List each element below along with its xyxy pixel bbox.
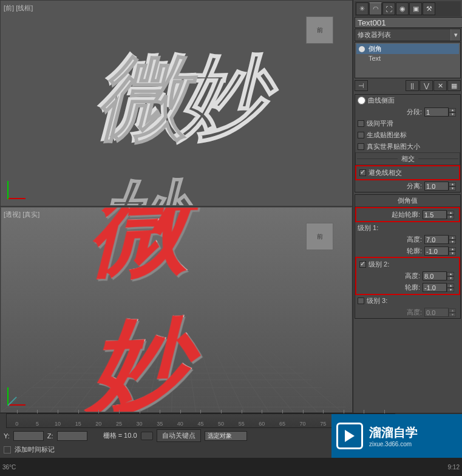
command-panel: ✳ ◠ ⛶ ◉ ▣ ⚒ 修改器列表 ▾ 倒角 Text ⊣ || bbox=[353, 0, 462, 413]
viewport-text-wire: 微妙 bbox=[95, 36, 259, 158]
avoid-intersect-checkbox[interactable] bbox=[359, 169, 366, 176]
key-target-dropdown[interactable] bbox=[205, 431, 247, 441]
modify-tab[interactable]: ◠ bbox=[369, 2, 382, 15]
viewport-front-wireframe[interactable]: [前] [线框] 前 微妙 bbox=[1, 1, 352, 206]
segments-spinner[interactable] bbox=[424, 107, 449, 117]
l1-height-label: 高度: bbox=[358, 235, 422, 244]
level1-label: 级别 1: bbox=[358, 223, 378, 233]
z-coord-label: Z: bbox=[47, 432, 53, 440]
modifier-stack[interactable]: 倒角 Text bbox=[355, 42, 461, 78]
pin-stack-button[interactable]: ⊣ bbox=[355, 80, 368, 91]
display-icon: ▣ bbox=[413, 5, 419, 13]
gen-map-checkbox[interactable] bbox=[358, 132, 364, 138]
level-smooth-label: 级间平滑 bbox=[367, 119, 393, 128]
l2-height-spinner[interactable] bbox=[423, 271, 447, 280]
display-tab[interactable]: ▣ bbox=[409, 2, 422, 15]
real-world-checkbox[interactable] bbox=[358, 143, 364, 150]
intersect-header: 相交 bbox=[398, 154, 418, 163]
marker-toggle[interactable] bbox=[4, 446, 11, 454]
make-unique-button[interactable]: ⋁ bbox=[420, 80, 433, 91]
l1-height-spinner[interactable] bbox=[424, 235, 449, 244]
stack-toolbar: ⊣ || ⋁ ✕ ▦ bbox=[355, 79, 461, 92]
level2-label: 级别 2: bbox=[369, 260, 389, 269]
bulb-icon bbox=[359, 46, 365, 52]
real-world-label: 真实世界贴图大小 bbox=[367, 142, 420, 151]
start-outline-spinner[interactable] bbox=[423, 210, 447, 219]
level3-label: 级别 3: bbox=[367, 296, 387, 305]
taskbar: 36°C 9:12 bbox=[0, 458, 462, 476]
show-end-result-button[interactable]: || bbox=[406, 80, 419, 91]
hierarchy-tab[interactable]: ⛶ bbox=[382, 2, 395, 15]
l2-outline-label: 轮廓: bbox=[359, 283, 420, 292]
segments-label: 分段: bbox=[358, 107, 422, 117]
hammer-icon: ⚒ bbox=[426, 5, 432, 13]
z-coord-field[interactable] bbox=[57, 431, 87, 441]
utilities-tab[interactable]: ⚒ bbox=[423, 2, 435, 15]
view-cube-bottom[interactable]: 前 bbox=[306, 223, 333, 250]
level-smooth-checkbox[interactable] bbox=[358, 120, 364, 127]
start-outline-label: 起始轮廓: bbox=[359, 210, 420, 219]
bevel-values-header[interactable]: 倒角值 bbox=[355, 195, 460, 207]
modifier-list-dropdown[interactable]: 修改器列表 ▾ bbox=[355, 29, 461, 41]
separate-spinner[interactable] bbox=[424, 182, 449, 191]
axis-gizmo-bottom bbox=[7, 381, 32, 406]
level2-checkbox[interactable] bbox=[359, 261, 366, 268]
viewport-perspective-real[interactable]: [透视] [真实] 前 微妙 bbox=[1, 207, 352, 412]
viewport-label-bottom: [透视] [真实] bbox=[4, 210, 39, 219]
curve-side-label: 曲线侧面 bbox=[368, 96, 458, 105]
viewport-label-top: [前] [线框] bbox=[4, 4, 33, 13]
separate-label: 分离: bbox=[358, 182, 422, 191]
watermark-url: zixue.3d66.com bbox=[369, 441, 418, 447]
clock: 9:12 bbox=[448, 464, 460, 471]
l2-height-label: 高度: bbox=[359, 271, 420, 280]
chevron-down-icon: ▾ bbox=[450, 29, 460, 41]
parameters-rollout: 曲线侧面 分段: ▴▾ 级间平滑 生成贴图坐标 真实世界贴图大小 相交 bbox=[355, 94, 461, 192]
remove-modifier-button[interactable]: ✕ bbox=[433, 80, 447, 91]
auto-key-button[interactable]: 自动关键点 bbox=[157, 429, 201, 442]
play-icon bbox=[336, 423, 363, 449]
temperature-indicator: 36°C bbox=[2, 464, 16, 471]
viewport-text-solid: 微妙 bbox=[89, 207, 264, 412]
l2-outline-spinner[interactable] bbox=[423, 283, 447, 292]
modifier-stack-item-text[interactable]: Text bbox=[356, 54, 459, 63]
modifier-stack-item-bevel[interactable]: 倒角 bbox=[356, 44, 459, 54]
modifier-list-label: 修改器列表 bbox=[355, 29, 450, 41]
l1-outline-spinner[interactable] bbox=[424, 246, 449, 256]
avoid-intersect-label: 避免线相交 bbox=[369, 168, 402, 177]
l1-outline-label: 轮廓: bbox=[358, 246, 422, 256]
bevel-values-rollout: 倒角值 起始轮廓: ▴▾ 级别 1: 高度: ▴▾ 轮廓: ▴▾ bbox=[355, 194, 461, 319]
add-time-marker-label[interactable]: 添加时间标记 bbox=[15, 445, 55, 454]
l3-height-spinner bbox=[424, 308, 449, 317]
motion-tab[interactable]: ◉ bbox=[396, 2, 409, 15]
hierarchy-icon: ⛶ bbox=[386, 5, 392, 13]
axis-gizmo-top bbox=[7, 175, 32, 199]
grid-label: 栅格 = 10.0 bbox=[103, 431, 137, 440]
create-tab[interactable]: ✳ bbox=[356, 2, 369, 15]
object-name-field[interactable] bbox=[355, 17, 462, 28]
curve-side-radio[interactable] bbox=[358, 97, 365, 104]
y-coord-label: Y: bbox=[4, 432, 10, 440]
sun-icon: ✳ bbox=[359, 5, 365, 13]
command-panel-tabs: ✳ ◠ ⛶ ◉ ▣ ⚒ bbox=[355, 1, 461, 16]
view-cube-top[interactable]: 前 bbox=[306, 16, 333, 44]
watermark-banner: 溜溜自学 zixue.3d66.com bbox=[331, 414, 462, 458]
motion-icon: ◉ bbox=[399, 5, 406, 13]
configure-sets-button[interactable]: ▦ bbox=[447, 80, 461, 91]
arc-icon: ◠ bbox=[373, 5, 379, 13]
y-coord-field[interactable] bbox=[13, 431, 44, 441]
l3-height-label: 高度: bbox=[358, 308, 422, 317]
gen-map-label: 生成贴图坐标 bbox=[367, 131, 407, 140]
key-mode-icon[interactable] bbox=[141, 432, 153, 440]
level3-checkbox[interactable] bbox=[358, 298, 364, 304]
watermark-title: 溜溜自学 bbox=[369, 424, 418, 441]
